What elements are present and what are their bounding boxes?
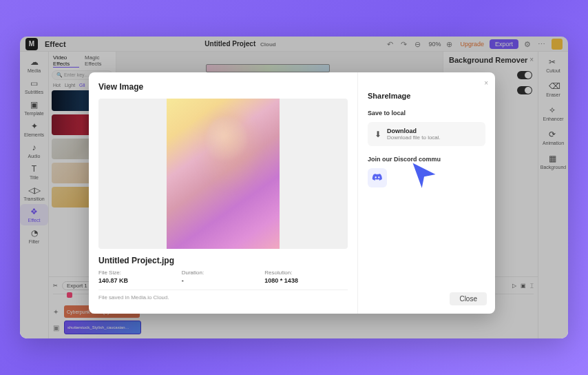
timeline-export-button[interactable]: Export 1 [62, 281, 92, 290]
left-rail: ☁Media ▭Subtitles ▣Template ✦Elements ♪A… [20, 52, 49, 338]
close-icon[interactable]: × [529, 56, 534, 63]
tool-animation[interactable]: ⟳Animation [538, 127, 568, 150]
save-local-label: Save to local [368, 110, 485, 116]
animation-icon: ⟳ [549, 130, 558, 139]
section-title: Effect [45, 40, 66, 48]
tool-cutout[interactable]: ✂Cutout [538, 54, 568, 77]
image-preview [167, 99, 280, 249]
canvas-selection[interactable] [206, 64, 330, 72]
track-icon: ▣ [53, 324, 61, 332]
rail-audio[interactable]: ♪Audio [20, 140, 48, 161]
duration-value: - [182, 277, 265, 284]
resolution-label: Resolution: [264, 270, 348, 276]
view-image-modal: × View Image Untitled Project.jpg File S… [89, 72, 495, 314]
tool-eraser[interactable]: ⌫Eraser [538, 79, 568, 101]
right-rail: ✂Cutout ⌫Eraser ✧Enhancer ⟳Animation ▦Ba… [538, 52, 568, 338]
resolution-value: 1080 * 1438 [264, 277, 348, 284]
zoom-out-icon[interactable]: ⊖ [414, 40, 423, 48]
effects-tabs: Video Effects Magic Effects [52, 54, 113, 68]
bg-remover-title: Background Remover [449, 56, 532, 64]
eraser-icon: ⌫ [549, 81, 558, 91]
close-button[interactable]: Close [450, 292, 487, 305]
rail-effect[interactable]: ❖Effect [20, 204, 48, 225]
download-title: Download [387, 128, 441, 134]
discord-icon [372, 172, 383, 183]
track-icon: ✦ [53, 308, 61, 316]
download-subtitle: Download file to local. [387, 134, 441, 141]
background-icon: ▦ [549, 154, 558, 163]
vip-badge[interactable] [552, 39, 563, 50]
zoom-level[interactable]: 90% [428, 41, 441, 48]
topbar: M Effect Untitled Project Cloud ↶ ↷ ⊖ 90… [20, 37, 568, 52]
screen-icon[interactable]: ⌶ [530, 283, 534, 289]
rail-filter[interactable]: ◔Filter [20, 225, 48, 247]
modal-title: View Image [98, 82, 348, 92]
title-icon: T [30, 164, 39, 174]
toggle-switch[interactable] [517, 86, 532, 94]
tab-video-effects[interactable]: Video Effects [53, 54, 79, 68]
filesize-value: 140.87 KB [98, 277, 182, 284]
filename: Untitled Project.jpg [98, 256, 348, 265]
zoom-in-icon[interactable]: ⊕ [446, 40, 454, 48]
cut-icon[interactable]: ✂ [53, 283, 58, 289]
upgrade-link[interactable]: Upgrade [460, 41, 484, 48]
saved-notice: File saved in Media.io Cloud. [98, 290, 348, 301]
cutout-icon: ✂ [549, 57, 558, 67]
enhancer-icon: ✧ [549, 105, 558, 115]
cloud-icon: ☁ [30, 57, 39, 67]
tool-background[interactable]: ▦Background [538, 151, 568, 174]
template-icon: ▣ [30, 100, 39, 110]
image-icon[interactable]: ▣ [521, 283, 526, 289]
filter-hot[interactable]: Hot [53, 83, 61, 88]
audio-icon: ♪ [30, 143, 39, 152]
rail-subtitles[interactable]: ▭Subtitles [20, 76, 48, 97]
filter-glitch[interactable]: Gli [79, 83, 85, 88]
elements-icon: ✦ [30, 121, 39, 131]
filter-icon: ◔ [30, 228, 39, 238]
image-preview-area [98, 99, 348, 249]
download-button[interactable]: ⬇ Download Download file to local. [368, 122, 485, 146]
duration-label: Duration: [182, 270, 265, 276]
discord-button[interactable] [368, 168, 387, 188]
toggle-switch[interactable] [517, 71, 532, 79]
subtitles-icon: ▭ [30, 79, 39, 88]
tutorial-cursor-icon [409, 159, 439, 192]
rail-elements[interactable]: ✦Elements [20, 119, 48, 140]
rail-title[interactable]: TTitle [20, 161, 48, 183]
video-track[interactable]: ▣shutterstock_Stylish_caucasian… [53, 321, 534, 334]
playhead[interactable] [67, 292, 72, 298]
rail-transition[interactable]: ◁▷Transition [20, 183, 48, 204]
share-title: ShareImage [368, 92, 485, 100]
app-logo[interactable]: M [25, 38, 38, 50]
play-icon[interactable]: ▷ [512, 283, 516, 289]
effect-icon: ❖ [30, 207, 39, 216]
video-clip[interactable]: shutterstock_Stylish_caucasian… [64, 321, 141, 334]
transition-icon: ◁▷ [30, 185, 39, 195]
cloud-label: Cloud [260, 41, 276, 48]
more-icon[interactable]: ⋯ [538, 40, 546, 48]
tab-magic-effects[interactable]: Magic Effects [85, 54, 112, 68]
rail-template[interactable]: ▣Template [20, 97, 48, 119]
tool-enhancer[interactable]: ✧Enhancer [538, 103, 568, 125]
export-button[interactable]: Export [490, 39, 518, 49]
undo-icon[interactable]: ↶ [387, 40, 395, 48]
redo-icon[interactable]: ↷ [401, 40, 409, 48]
settings-icon[interactable]: ⚙ [524, 40, 532, 48]
project-name[interactable]: Untitled Project Cloud [94, 40, 388, 48]
rail-media[interactable]: ☁Media [20, 54, 48, 76]
download-icon: ⬇ [375, 130, 381, 139]
filter-light[interactable]: Light [65, 83, 75, 88]
file-metadata: File Size:140.87 KB Duration:- Resolutio… [98, 270, 348, 284]
filesize-label: File Size: [98, 270, 182, 276]
